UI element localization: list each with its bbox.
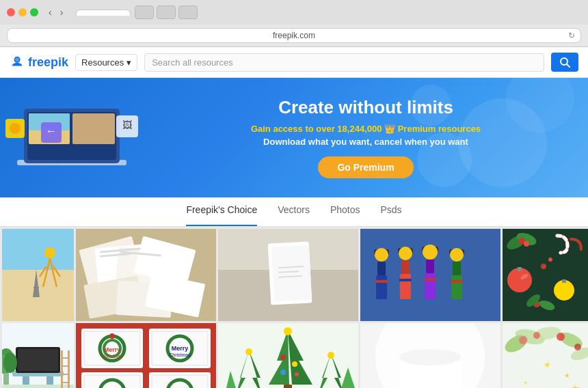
svg-point-150 xyxy=(574,344,581,350)
floral-illustration: ★ ★ ★ ★ ★ xyxy=(503,323,588,388)
maximize-button[interactable] xyxy=(30,8,38,16)
svg-text:Christmas: Christmas xyxy=(169,352,191,357)
grid-item-1[interactable] xyxy=(2,229,74,321)
svg-point-139 xyxy=(399,349,461,365)
nutcracker-illustration xyxy=(360,229,500,321)
svg-text:Merry: Merry xyxy=(172,345,189,352)
toolbar-buttons xyxy=(135,5,198,19)
grid-item-8[interactable] xyxy=(218,323,358,388)
grid-item-3[interactable] xyxy=(218,229,358,321)
grid-item-7[interactable]: Merry Christmas Merry Christmas Merry Ch… xyxy=(76,323,216,388)
svg-text:←: ← xyxy=(46,125,57,137)
reload-button[interactable]: ↻ xyxy=(568,31,575,40)
close-button[interactable] xyxy=(7,8,15,16)
image-grid: Merry Christmas Merry Christmas Merry Ch… xyxy=(0,227,588,388)
svg-point-147 xyxy=(519,336,527,344)
minimize-button[interactable] xyxy=(18,8,27,16)
browser-chrome: ‹ › freepik.com ↻ xyxy=(0,0,588,47)
svg-rect-91 xyxy=(61,374,70,375)
traffic-lights xyxy=(7,8,38,16)
search-placeholder: Search all resources xyxy=(152,57,233,68)
christmas-pattern-illustration xyxy=(503,229,588,321)
tab-bar xyxy=(76,10,131,16)
svg-rect-90 xyxy=(61,365,70,367)
hero-subtitle-start: Gain access to over 18,244,000 xyxy=(251,124,384,134)
grid-item-9[interactable] xyxy=(360,323,500,388)
svg-rect-80 xyxy=(46,376,53,385)
svg-point-56 xyxy=(450,248,464,262)
title-bar: ‹ › xyxy=(0,0,588,25)
resources-label: Resources xyxy=(81,57,124,68)
resources-dropdown[interactable]: Resources ▾ xyxy=(75,54,137,71)
svg-rect-47 xyxy=(401,260,410,274)
svg-rect-52 xyxy=(426,260,434,273)
svg-point-51 xyxy=(423,245,438,260)
grid-item-10[interactable]: ★ ★ ★ ★ ★ New xyxy=(503,323,588,388)
toolbar-btn-3[interactable] xyxy=(178,5,198,19)
magazine-illustration xyxy=(76,229,216,321)
svg-point-121 xyxy=(280,355,286,360)
svg-point-120 xyxy=(284,327,292,335)
toolbar-btn-2[interactable] xyxy=(157,5,176,19)
grid-item-4[interactable] xyxy=(360,229,500,321)
svg-point-41 xyxy=(375,248,388,262)
browser-tab[interactable] xyxy=(76,10,131,16)
svg-rect-92 xyxy=(61,382,70,383)
grid-item-2[interactable] xyxy=(76,229,216,321)
svg-point-132 xyxy=(328,352,334,359)
crown-icon: 👑 xyxy=(384,124,395,134)
svg-text:★: ★ xyxy=(564,372,570,379)
svg-rect-42 xyxy=(377,262,386,275)
logo[interactable]: freepik xyxy=(10,55,68,70)
search-icon xyxy=(559,57,570,68)
svg-point-64 xyxy=(524,241,529,247)
logo-text: freepik xyxy=(28,55,68,70)
dropdown-chevron-icon: ▾ xyxy=(126,57,131,68)
hero-subtitle: Gain access to over 18,244,000 👑 Premium… xyxy=(150,124,581,134)
christmas-trees-illustration xyxy=(218,323,358,388)
grid-item-5[interactable] xyxy=(503,229,588,321)
svg-point-123 xyxy=(280,370,286,375)
svg-rect-49 xyxy=(399,279,412,281)
tab-psds[interactable]: Psds xyxy=(381,204,402,219)
svg-point-122 xyxy=(292,361,297,367)
svg-text:Christmas: Christmas xyxy=(101,354,123,359)
svg-point-149 xyxy=(557,333,565,341)
search-button[interactable] xyxy=(551,53,578,72)
svg-rect-77 xyxy=(2,385,74,388)
content-tabs: Freepik's Choice Vectors Photos Psds xyxy=(0,197,588,227)
address-bar[interactable]: freepik.com ↻ xyxy=(7,28,581,43)
svg-point-128 xyxy=(245,348,252,355)
forward-button[interactable]: › xyxy=(57,5,67,19)
svg-rect-79 xyxy=(23,376,29,385)
svg-rect-59 xyxy=(451,280,463,283)
svg-rect-19 xyxy=(34,287,39,288)
svg-point-71 xyxy=(548,258,552,262)
hero-banner: ← 🖼 Create without limits Gain access to… xyxy=(0,78,588,197)
svg-text:Merry: Merry xyxy=(104,346,121,353)
svg-rect-9 xyxy=(72,113,115,144)
toolbar-btn-1[interactable] xyxy=(135,5,154,19)
grid-item-6[interactable] xyxy=(2,323,74,388)
go-premium-button[interactable]: Go Premium xyxy=(318,156,413,178)
svg-point-100 xyxy=(109,333,115,339)
svg-rect-66 xyxy=(518,267,522,271)
svg-text:★: ★ xyxy=(571,383,580,388)
hero-title: Create without limits xyxy=(150,97,581,118)
tab-vectors[interactable]: Vectors xyxy=(278,204,310,219)
tab-freepiks-choice[interactable]: Freepik's Choice xyxy=(186,204,257,219)
svg-rect-89 xyxy=(61,357,70,359)
hero-subtitle-end: resources xyxy=(438,124,481,134)
svg-rect-43 xyxy=(376,275,387,299)
svg-point-70 xyxy=(541,264,546,269)
laptop-illustration: ← 🖼 xyxy=(0,78,150,197)
svg-rect-44 xyxy=(375,280,388,283)
svg-rect-54 xyxy=(424,278,436,281)
tab-photos[interactable]: Photos xyxy=(330,204,360,219)
back-button[interactable]: ‹ xyxy=(45,5,55,19)
svg-rect-82 xyxy=(18,349,58,371)
svg-rect-35 xyxy=(271,245,312,302)
svg-text:🖼: 🖼 xyxy=(122,120,132,130)
svg-text:★: ★ xyxy=(544,360,551,370)
search-bar[interactable]: Search all resources xyxy=(144,53,544,72)
